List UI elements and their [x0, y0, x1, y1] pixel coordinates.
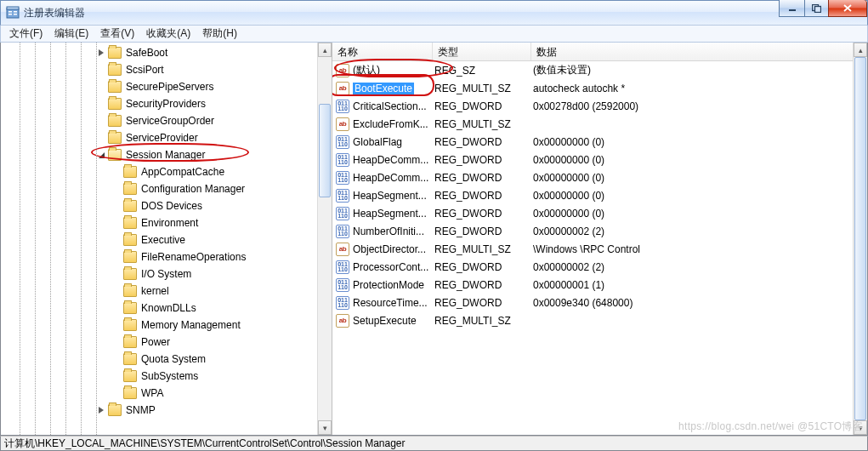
- value-data: 0x0009e340 (648000): [533, 297, 867, 309]
- value-name: NumberOfIniti...: [353, 226, 434, 237]
- value-type: REG_DWORD: [434, 100, 533, 112]
- value-type: REG_MULTI_SZ: [434, 243, 533, 255]
- menu-edit[interactable]: 编辑(E): [49, 25, 94, 43]
- value-data: 0x00000000 (0): [533, 136, 867, 148]
- value-type: REG_MULTI_SZ: [434, 315, 533, 327]
- tree-item-label: SafeBoot: [124, 47, 167, 59]
- tree-pane[interactable]: SafeBootScsiPortSecurePipeServersSecurit…: [1, 43, 332, 435]
- folder-icon: [123, 251, 137, 263]
- expand-icon[interactable]: [96, 48, 106, 58]
- column-name[interactable]: 名称: [332, 43, 433, 60]
- value-data: 0x00000002 (2): [533, 261, 867, 273]
- minimize-button[interactable]: [779, 0, 804, 17]
- menu-view[interactable]: 查看(V): [95, 25, 139, 43]
- scroll-up-button[interactable]: ▴: [318, 43, 332, 57]
- string-value-icon: ab: [336, 82, 349, 95]
- list-row[interactable]: abSetupExecuteREG_MULTI_SZ: [332, 311, 867, 329]
- window-title: 注册表编辑器: [24, 6, 85, 20]
- folder-icon: [123, 353, 137, 365]
- folder-icon: [108, 98, 122, 110]
- value-data: 0x00000000 (0): [533, 190, 867, 202]
- value-name: ObjectDirector...: [353, 243, 434, 255]
- list-row[interactable]: 011 110NumberOfIniti...REG_DWORD0x000000…: [332, 222, 867, 240]
- tree-item-label: Quota System: [139, 353, 206, 365]
- value-list-pane[interactable]: 名称 类型 数据 ab(默认)REG_SZ(数值未设置)abBootExecut…: [332, 43, 867, 435]
- folder-icon: [108, 47, 122, 59]
- list-row[interactable]: 011 110ProcessorCont...REG_DWORD0x000000…: [332, 258, 867, 276]
- list-row[interactable]: 011 110HeapSegment...REG_DWORD0x00000000…: [332, 186, 867, 204]
- value-name: HeapSegment...: [353, 208, 434, 220]
- list-row[interactable]: 011 110HeapSegment...REG_DWORD0x00000000…: [332, 204, 867, 222]
- svg-rect-4: [14, 11, 17, 13]
- menu-file[interactable]: 文件(F): [4, 25, 48, 43]
- tree-item-label: AppCompatCache: [139, 166, 224, 178]
- tree-item-label: Power: [139, 336, 170, 348]
- status-bar: 计算机\HKEY_LOCAL_MACHINE\SYSTEM\CurrentCon…: [0, 436, 868, 451]
- tree-scrollbar[interactable]: ▴ ▾: [317, 43, 332, 435]
- menu-help[interactable]: 帮助(H): [197, 25, 242, 43]
- tree-item-label: KnownDLLs: [139, 302, 196, 314]
- value-name: ExcludeFromK...: [353, 118, 434, 130]
- binary-value-icon: 011 110: [336, 153, 349, 167]
- tree-item-label: SNMP: [124, 404, 156, 416]
- expand-icon[interactable]: [96, 405, 106, 415]
- list-row[interactable]: abBootExecuteREG_MULTI_SZautocheck autoc…: [332, 79, 867, 97]
- column-data[interactable]: 数据: [531, 43, 867, 60]
- value-name: ProtectionMode: [353, 279, 434, 291]
- svg-rect-3: [9, 14, 12, 15]
- column-type[interactable]: 类型: [433, 43, 531, 60]
- folder-icon: [123, 336, 137, 348]
- value-name: HeapSegment...: [353, 190, 434, 202]
- svg-rect-1: [7, 7, 19, 9]
- list-row[interactable]: 011 110HeapDeComm...REG_DWORD0x00000000 …: [332, 168, 867, 186]
- maximize-button[interactable]: [804, 0, 828, 17]
- value-type: REG_DWORD: [434, 190, 533, 202]
- value-type: REG_SZ: [434, 65, 533, 77]
- menu-bar: 文件(F) 编辑(E) 查看(V) 收藏夹(A) 帮助(H): [0, 26, 868, 43]
- tree-item-label: SecurePipeServers: [124, 81, 213, 93]
- tree-item-label: ServiceGroupOrder: [124, 115, 214, 127]
- list-scrollbar[interactable]: ▴ ▾: [853, 43, 867, 435]
- scroll-up-button[interactable]: ▴: [854, 43, 867, 57]
- list-row[interactable]: abExcludeFromK...REG_MULTI_SZ: [332, 115, 867, 133]
- menu-favorites[interactable]: 收藏夹(A): [141, 25, 196, 43]
- binary-value-icon: 011 110: [336, 189, 349, 203]
- scroll-thumb[interactable]: [319, 104, 331, 197]
- svg-rect-5: [14, 14, 17, 15]
- folder-icon: [123, 166, 137, 178]
- folder-icon: [108, 81, 122, 93]
- folder-icon: [108, 404, 122, 416]
- tree-item-label: kernel: [139, 285, 169, 297]
- folder-icon: [108, 149, 122, 161]
- value-name: CriticalSection...: [353, 100, 434, 112]
- scroll-thumb[interactable]: [854, 57, 866, 420]
- list-row[interactable]: 011 110CriticalSection...REG_DWORD0x0027…: [332, 97, 867, 115]
- app-icon: [6, 6, 20, 20]
- binary-value-icon: 011 110: [336, 171, 349, 185]
- status-path: 计算机\HKEY_LOCAL_MACHINE\SYSTEM\CurrentCon…: [4, 437, 406, 451]
- list-row[interactable]: ab(默认)REG_SZ(数值未设置): [332, 61, 867, 79]
- tree-item-label: I/O System: [139, 268, 191, 280]
- folder-icon: [108, 64, 122, 76]
- list-row[interactable]: abObjectDirector...REG_MULTI_SZ\Windows …: [332, 240, 867, 258]
- binary-value-icon: 011 110: [336, 296, 349, 310]
- value-name: (默认): [353, 63, 434, 77]
- list-row[interactable]: 011 110ResourceTime...REG_DWORD0x0009e34…: [332, 294, 867, 311]
- list-row[interactable]: 011 110ProtectionModeREG_DWORD0x00000001…: [332, 276, 867, 294]
- folder-icon: [123, 217, 137, 229]
- scroll-down-button[interactable]: ▾: [318, 420, 332, 435]
- value-name: ProcessorCont...: [353, 261, 434, 273]
- value-name: GlobalFlag: [353, 136, 434, 148]
- tree-item-label: FileRenameOperations: [139, 251, 246, 263]
- list-row[interactable]: 011 110HeapDeComm...REG_DWORD0x00000000 …: [332, 151, 867, 168]
- list-row[interactable]: 011 110GlobalFlagREG_DWORD0x00000000 (0): [332, 133, 867, 151]
- value-type: REG_DWORD: [434, 226, 533, 237]
- value-type: REG_DWORD: [434, 208, 533, 220]
- tree-item-label: Executive: [139, 234, 185, 246]
- close-button[interactable]: [828, 0, 867, 17]
- collapse-icon[interactable]: [96, 150, 106, 160]
- folder-icon: [123, 268, 137, 280]
- value-name: ResourceTime...: [353, 297, 434, 309]
- svg-rect-8: [815, 6, 821, 12]
- folder-icon: [123, 285, 137, 297]
